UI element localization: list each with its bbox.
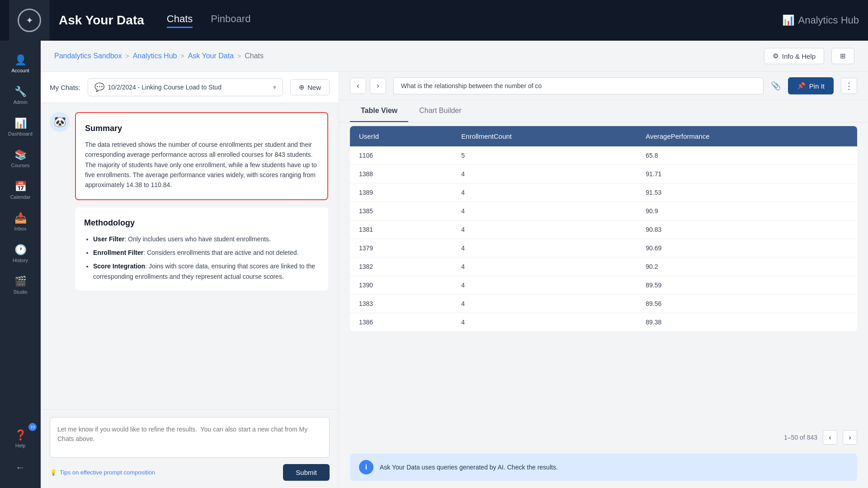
sidebar-item-dashboard[interactable]: 📊 Dashboard xyxy=(2,113,38,141)
grid-icon: ⊞ xyxy=(840,52,846,60)
table-cell: 89.59 xyxy=(637,276,857,295)
sidebar-label-courses: Courses xyxy=(11,163,30,168)
methodology-item-2: Score Integration: Joins with score data… xyxy=(93,261,319,282)
breadcrumb-ask-your-data[interactable]: Ask Your Data xyxy=(188,52,234,60)
sidebar-label-inbox: Inbox xyxy=(14,226,27,231)
methodology-bold-0: User Filter xyxy=(93,235,124,243)
prev-page-button[interactable]: ‹ xyxy=(823,430,837,445)
col-avg-performance: AveragePerformance xyxy=(637,126,857,146)
sidebar-item-inbox[interactable]: 📥 Inbox xyxy=(2,208,38,236)
table-container[interactable]: UserId EnrollmentCount AveragePerformanc… xyxy=(339,122,868,425)
info-help-button[interactable]: ⚙ Info & Help xyxy=(764,48,824,64)
tips-link-label: Tips on effective prompt composition xyxy=(60,469,155,476)
data-table: UserId EnrollmentCount AveragePerformanc… xyxy=(350,126,857,332)
sidebar-item-account[interactable]: 👤 Account xyxy=(2,50,38,78)
table-footer: 1–50 of 843 ‹ › xyxy=(339,425,868,450)
nav-arrows: ‹ › xyxy=(350,78,386,94)
main-content: Pandalytics Sandbox > Analytics Hub > As… xyxy=(41,41,868,488)
table-cell: 1379 xyxy=(350,239,452,258)
dashboard-icon: 📊 xyxy=(14,117,27,129)
secondary-action-button[interactable]: ⊞ xyxy=(831,48,854,64)
lightbulb-icon: 💡 xyxy=(50,469,57,476)
help-badge-count: 10 xyxy=(28,423,37,431)
courses-icon: 📚 xyxy=(14,149,27,161)
sidebar-label-help: Help xyxy=(15,443,26,448)
prev-arrow-button[interactable]: ‹ xyxy=(350,78,366,94)
analytics-hub-button[interactable]: 📊 Analytics Hub xyxy=(782,14,859,26)
sidebar-item-courses[interactable]: 📚 Courses xyxy=(2,145,38,173)
chat-messages[interactable]: 🐼 Summary The data retrieved shows the n… xyxy=(41,103,339,409)
table-cell: 90.9 xyxy=(637,202,857,221)
sidebar-item-admin[interactable]: 🔧 Admin xyxy=(2,81,38,109)
sidebar-item-help[interactable]: ❓ 10 Help xyxy=(2,425,38,453)
tips-link[interactable]: 💡 Tips on effective prompt composition xyxy=(50,469,155,476)
analytics-hub-label: Analytics Hub xyxy=(798,14,859,26)
table-body: 1106565.81388491.711389491.531385490.913… xyxy=(350,146,857,332)
table-row: 1386489.38 xyxy=(350,313,857,332)
chat-toolbar: My Chats: 💬 10/2/2024 - Linking Course L… xyxy=(41,72,339,103)
breadcrumb-pandalytics[interactable]: Pandalytics Sandbox xyxy=(54,52,122,60)
breadcrumb-chats: Chats xyxy=(245,52,264,60)
help-icon: ❓ xyxy=(14,429,27,441)
breadcrumb-actions: ⚙ Info & Help ⊞ xyxy=(764,48,854,64)
table-cell: 91.71 xyxy=(637,165,857,183)
summary-title: Summary xyxy=(85,122,318,135)
chat-input-footer: 💡 Tips on effective prompt composition S… xyxy=(50,464,330,481)
query-input[interactable] xyxy=(393,77,764,94)
methodology-title: Methodology xyxy=(84,216,319,230)
breadcrumb-bar: Pandalytics Sandbox > Analytics Hub > As… xyxy=(41,41,868,72)
table-cell: 4 xyxy=(452,202,637,221)
breadcrumb-analytics-hub[interactable]: Analytics Hub xyxy=(133,52,177,60)
table-cell: 4 xyxy=(452,165,637,183)
nav-chats[interactable]: Chats xyxy=(167,13,193,28)
table-cell: 4 xyxy=(452,221,637,239)
logo: ✦ xyxy=(9,0,50,41)
sidebar-label-account: Account xyxy=(11,68,29,73)
col-enrollment-count: EnrollmentCount xyxy=(452,126,637,146)
tab-table-view[interactable]: Table View xyxy=(350,100,408,122)
summary-text: The data retrieved shows the number of c… xyxy=(85,140,318,190)
breadcrumb-sep-3: > xyxy=(237,52,241,60)
next-arrow-button[interactable]: › xyxy=(370,78,386,94)
sidebar-item-calendar[interactable]: 📅 Calendar xyxy=(2,176,38,204)
new-chat-icon: ⊕ xyxy=(299,83,305,91)
table-cell: 4 xyxy=(452,183,637,202)
methodology-list: User Filter: Only includes users who hav… xyxy=(84,234,319,282)
table-row: 1388491.71 xyxy=(350,165,857,183)
top-nav: Chats Pinboard xyxy=(167,13,251,28)
breadcrumb-sep-1: > xyxy=(125,52,129,60)
sidebar-item-studio[interactable]: 🎬 Studio xyxy=(2,271,38,299)
table-row: 1390489.59 xyxy=(350,276,857,295)
chat-selector[interactable]: 💬 10/2/2024 - Linking Course Load to Stu… xyxy=(88,78,283,96)
table-cell: 4 xyxy=(452,239,637,258)
tab-chart-builder[interactable]: Chart Builder xyxy=(408,100,472,122)
content-split: My Chats: 💬 10/2/2024 - Linking Course L… xyxy=(41,72,868,488)
pagination-info: 1–50 of 843 xyxy=(784,434,817,441)
ai-notice-text: Ask Your Data uses queries generated by … xyxy=(380,464,558,471)
pin-it-button[interactable]: 📌 Pin It xyxy=(788,77,834,94)
submit-button[interactable]: Submit xyxy=(283,464,330,481)
table-row: 1383489.56 xyxy=(350,295,857,313)
sidebar-collapse-button[interactable]: ← xyxy=(10,456,31,479)
table-cell: 1382 xyxy=(350,258,452,276)
chat-input[interactable] xyxy=(50,417,330,458)
table-cell: 1383 xyxy=(350,295,452,313)
table-cell: 1106 xyxy=(350,146,452,165)
breadcrumb: Pandalytics Sandbox > Analytics Hub > As… xyxy=(54,52,264,60)
chat-input-area: 💡 Tips on effective prompt composition S… xyxy=(41,409,339,488)
table-cell: 89.38 xyxy=(637,313,857,332)
table-cell: 91.53 xyxy=(637,183,857,202)
view-tabs: Table View Chart Builder xyxy=(339,100,868,122)
more-options-button[interactable]: ⋮ xyxy=(841,78,857,94)
table-cell: 4 xyxy=(452,276,637,295)
nav-pinboard[interactable]: Pinboard xyxy=(211,13,250,28)
new-chat-button[interactable]: ⊕ New xyxy=(290,79,330,95)
top-bar: ✦ Ask Your Data Chats Pinboard 📊 Analyti… xyxy=(0,0,868,41)
admin-icon: 🔧 xyxy=(14,86,27,98)
sidebar-label-admin: Admin xyxy=(13,99,27,105)
message-row-summary: 🐼 Summary The data retrieved shows the n… xyxy=(50,112,330,200)
sidebar-item-history[interactable]: 🕐 History xyxy=(2,239,38,267)
account-icon: 👤 xyxy=(14,54,27,66)
next-page-button[interactable]: › xyxy=(843,430,857,445)
table-row: 1389491.53 xyxy=(350,183,857,202)
